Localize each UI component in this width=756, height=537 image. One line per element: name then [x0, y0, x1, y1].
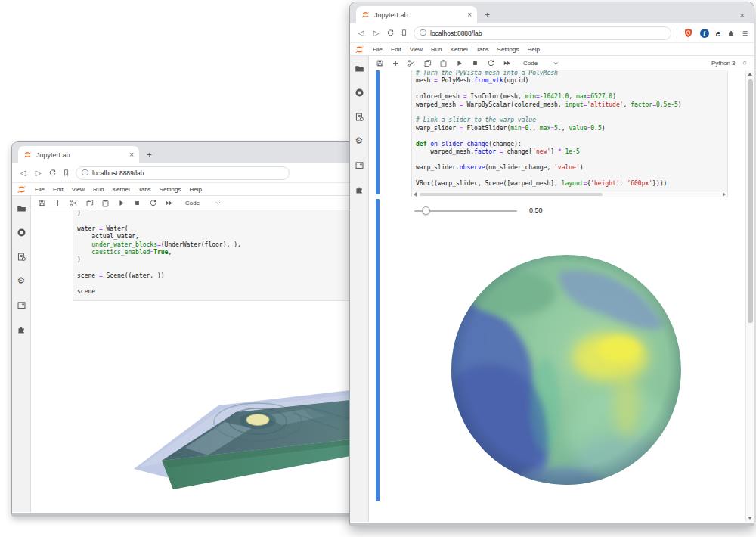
water-scene-render[interactable]: [111, 384, 385, 499]
scroll-left-icon[interactable]: [414, 192, 417, 197]
extension-manager-icon[interactable]: [355, 185, 364, 194]
running-sessions-icon[interactable]: [355, 88, 364, 98]
shield-extension-icon[interactable]: [683, 28, 693, 38]
menu-help[interactable]: Help: [190, 186, 202, 193]
paste-cell-icon[interactable]: [101, 199, 110, 207]
globe-scene-render[interactable]: [447, 254, 690, 495]
menu-file[interactable]: File: [35, 186, 45, 193]
url-field[interactable]: ⓘ localhost:8888/lab: [414, 26, 671, 40]
save-icon[interactable]: [376, 59, 384, 67]
copy-cell-icon[interactable]: [423, 59, 432, 67]
url-text: localhost:8888/lab: [430, 29, 482, 37]
menu-help[interactable]: Help: [528, 46, 540, 53]
browser-menu-icon[interactable]: ≡: [742, 28, 748, 39]
reload-icon[interactable]: [386, 29, 395, 37]
forward-icon[interactable]: ▷: [371, 28, 381, 38]
scroll-right-icon[interactable]: [723, 192, 726, 197]
back-icon[interactable]: ◁: [356, 28, 366, 38]
menu-file[interactable]: File: [373, 46, 383, 53]
restart-run-all-icon[interactable]: [165, 199, 173, 207]
bookmark-icon[interactable]: [400, 29, 408, 37]
menu-kernel[interactable]: Kernel: [451, 46, 468, 53]
cut-cell-icon[interactable]: [407, 59, 416, 67]
menu-tabs[interactable]: Tabs: [476, 46, 489, 53]
site-info-icon[interactable]: ⓘ: [420, 28, 426, 38]
cell-type-select[interactable]: Code: [185, 200, 200, 206]
chevron-down-icon[interactable]: [553, 60, 559, 67]
jupyter-favicon: [361, 11, 370, 19]
hscroll-thumb[interactable]: [420, 193, 603, 196]
save-icon[interactable]: [38, 199, 46, 207]
input-collapser[interactable]: [376, 70, 380, 194]
kernel-status-icon[interactable]: ○: [743, 59, 747, 67]
output-collapser[interactable]: [376, 199, 380, 501]
notebook-vertical-scrollbar[interactable]: [745, 70, 754, 522]
file-browser-icon[interactable]: [17, 203, 26, 213]
cut-cell-icon[interactable]: [70, 199, 78, 207]
window-close-icon[interactable]: ×: [740, 11, 748, 20]
menu-settings[interactable]: Settings: [160, 186, 181, 193]
tab-close-icon[interactable]: ×: [467, 11, 472, 19]
e-extension-icon[interactable]: e: [716, 29, 720, 38]
restart-run-all-icon[interactable]: [503, 59, 511, 67]
desktop: JupyterLab × + ◁ ▷ ⓘ localhost:8889/lab …: [0, 0, 756, 537]
stop-kernel-icon[interactable]: [471, 59, 479, 67]
bookmark-icon[interactable]: [62, 169, 70, 177]
menu-settings[interactable]: Settings: [497, 46, 519, 53]
new-tab-button[interactable]: +: [485, 10, 490, 20]
cell-horizontal-scrollbar[interactable]: [412, 191, 727, 197]
back-icon[interactable]: ◁: [18, 168, 28, 178]
code-cell[interactable]: # Turn the PyVista mesh into a PolyMeshm…: [411, 70, 728, 197]
add-cell-icon[interactable]: [54, 199, 62, 207]
file-browser-icon[interactable]: [355, 64, 364, 73]
extension-manager-icon[interactable]: [17, 324, 26, 334]
settings-gears-icon[interactable]: ⚙: [355, 136, 364, 146]
run-cell-icon[interactable]: [117, 199, 125, 207]
menu-kernel[interactable]: Kernel: [113, 186, 130, 193]
stop-kernel-icon[interactable]: [133, 199, 141, 207]
property-inspector-icon[interactable]: [355, 112, 364, 122]
extensions-bar: f e ≡: [677, 28, 748, 39]
url-bar-row: ◁ ▷ ⓘ localhost:8888/lab f e ≡: [350, 23, 754, 43]
vscroll-thumb[interactable]: [748, 79, 753, 323]
property-inspector-icon[interactable]: [17, 252, 26, 262]
menu-tabs[interactable]: Tabs: [138, 186, 151, 193]
url-text: localhost:8889/lab: [92, 169, 144, 177]
tab-close-icon[interactable]: ×: [129, 151, 134, 159]
open-tabs-icon[interactable]: [17, 300, 26, 310]
menu-view[interactable]: View: [72, 186, 85, 193]
notebook-toolbar: Code Python 3 ○: [369, 56, 754, 70]
container-extension-icon[interactable]: f: [700, 29, 709, 38]
forward-icon[interactable]: ▷: [33, 168, 43, 178]
jupyter-logo: [17, 185, 26, 194]
puzzle-extensions-icon[interactable]: [727, 29, 736, 37]
url-field[interactable]: ⓘ localhost:8889/lab: [76, 166, 290, 180]
menu-edit[interactable]: Edit: [391, 46, 401, 53]
browser-tab-jupyterlab[interactable]: JupyterLab ×: [18, 146, 139, 163]
menu-view[interactable]: View: [410, 46, 423, 53]
new-tab-button[interactable]: +: [147, 150, 152, 160]
restart-kernel-icon[interactable]: [149, 199, 157, 207]
menu-run[interactable]: Run: [431, 46, 442, 53]
scroll-down-icon[interactable]: [748, 517, 752, 520]
settings-gears-icon[interactable]: ⚙: [17, 276, 26, 286]
paste-cell-icon[interactable]: [439, 59, 448, 67]
site-info-icon[interactable]: ⓘ: [82, 168, 88, 178]
tab-strip: JupyterLab × + ×: [350, 2, 754, 23]
kernel-name[interactable]: Python 3: [711, 60, 736, 67]
reload-icon[interactable]: [48, 169, 57, 177]
copy-cell-icon[interactable]: [85, 199, 94, 207]
menu-edit[interactable]: Edit: [53, 186, 64, 193]
restart-kernel-icon[interactable]: [487, 59, 495, 67]
code-editor[interactable]: # Turn the PyVista mesh into a PolyMeshm…: [412, 70, 727, 189]
running-sessions-icon[interactable]: [17, 228, 26, 237]
chevron-down-icon[interactable]: [215, 200, 222, 206]
browser-tab-jupyterlab[interactable]: JupyterLab ×: [356, 6, 477, 23]
cell-type-select[interactable]: Code: [523, 60, 538, 67]
menu-run[interactable]: Run: [93, 186, 104, 193]
add-cell-icon[interactable]: [392, 59, 400, 67]
open-tabs-icon[interactable]: [355, 160, 364, 170]
run-cell-icon[interactable]: [455, 59, 463, 67]
warp-slider-handle[interactable]: [422, 206, 430, 215]
scroll-up-icon[interactable]: [748, 73, 752, 76]
